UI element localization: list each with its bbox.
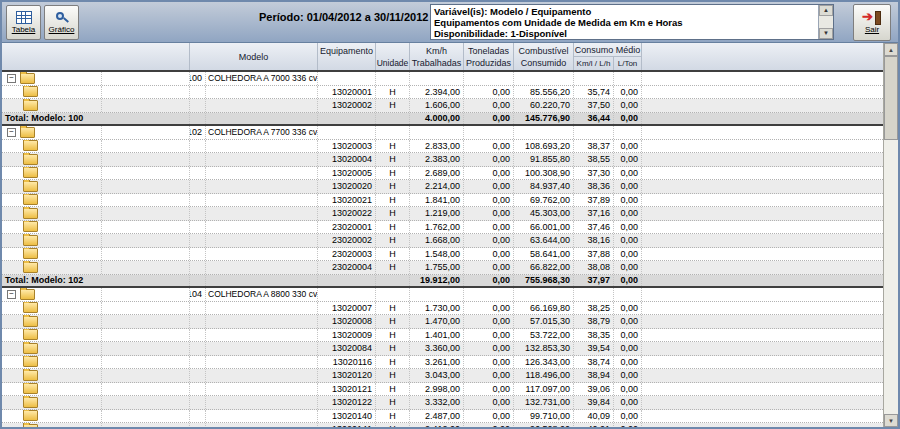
equipment-row[interactable]: 13020005H2.689,000,00100.308,9037,300,00: [2, 167, 883, 181]
info-line-units: Equipamentos com Unidade de Medida em Km…: [434, 17, 815, 28]
equipment-row[interactable]: 13020007H1.730,000,0066.169,8038,250,00: [2, 302, 883, 316]
header-consumo-medio[interactable]: Consumo Médio Km/l / L/h L/Ton: [574, 43, 642, 70]
table-view-button[interactable]: Tabela: [6, 5, 41, 40]
scroll-up-button[interactable]: ▲: [884, 43, 898, 56]
equipment-code-cell: 13020140: [318, 410, 376, 423]
equipment-row[interactable]: 13020121H2.998,000,00117.097,0039,060,00: [2, 383, 883, 397]
unit-cell: H: [376, 248, 410, 261]
tree-cell: [2, 180, 102, 193]
avg-consumption-cell: 40,01: [574, 423, 614, 427]
folder-icon: [23, 329, 38, 340]
empty-cell: [190, 275, 206, 287]
header-unidade[interactable]: Unidade: [376, 43, 410, 70]
scroll-down-button[interactable]: ▼: [884, 414, 898, 427]
equipment-row[interactable]: 23020003H1.548,000,0058.641,0037,880,00: [2, 248, 883, 262]
header-lton[interactable]: L/Ton: [614, 57, 641, 70]
empty-cell: [190, 167, 206, 180]
unit-cell: H: [376, 356, 410, 369]
fuel-consumed-cell: 69.762,00: [514, 194, 574, 207]
equipment-row[interactable]: 13020001H2.394,000,0085.556,2035,740,00: [2, 86, 883, 100]
equipment-code-cell: 13020141: [318, 423, 376, 427]
info-scroll-down-icon[interactable]: ▼: [819, 28, 833, 39]
equipment-row[interactable]: 23020002H1.668,000,0063.644,0038,160,00: [2, 234, 883, 248]
lton-cell: 0,00: [614, 356, 642, 369]
header-toneladas-produzidas[interactable]: Toneladas Produzidas: [464, 43, 514, 70]
empty-cell: [190, 302, 206, 315]
group-row[interactable]: −104COLHEDORA A 8800 330 cv: [2, 288, 883, 302]
equipment-row[interactable]: 13020084H3.360,000,00132.853,3039,540,00: [2, 342, 883, 356]
unit-cell: H: [376, 140, 410, 153]
equipment-row[interactable]: 13020002H1.606,000,0060.220,7037,500,00: [2, 99, 883, 113]
kmh-worked-cell: 3.261,00: [410, 356, 464, 369]
equipment-row[interactable]: 13020122H3.332,000,00132.731,0039,840,00: [2, 396, 883, 410]
unit-cell: H: [376, 194, 410, 207]
folder-icon: [23, 343, 38, 354]
equipment-row[interactable]: 13020004H2.383,000,0091.855,8038,550,00: [2, 153, 883, 167]
avg-consumption-cell: 39,06: [574, 383, 614, 396]
lton-cell: 0,00: [614, 140, 642, 153]
folder-icon: [23, 181, 38, 192]
info-scrollbar[interactable]: ▲ ▼: [818, 5, 833, 39]
collapse-expander-icon[interactable]: −: [7, 74, 16, 83]
equipment-row[interactable]: 13020021H1.841,000,0069.762,0037,890,00: [2, 194, 883, 208]
empty-cell: [190, 207, 206, 220]
vertical-scrollbar[interactable]: ▲ ▼: [883, 43, 898, 427]
fuel-consumed-cell: 99.710,00: [514, 410, 574, 423]
collapse-expander-icon[interactable]: −: [7, 290, 16, 299]
tons-produced-cell: 0,00: [464, 302, 514, 315]
equipment-code-cell: 13020121: [318, 383, 376, 396]
equipment-row[interactable]: 13020003H2.833,000,00108.693,2038,370,00: [2, 140, 883, 154]
header-modelo[interactable]: Modelo: [190, 43, 318, 70]
empty-cell: [190, 234, 206, 247]
header-kmh-trabalhadas[interactable]: Km/h Trabalhadas: [410, 43, 464, 70]
equipment-row[interactable]: 13020140H2.487,000,0099.710,0040,090,00: [2, 410, 883, 424]
kmh-worked-cell: 2.394,00: [410, 86, 464, 99]
empty-cell: [190, 153, 206, 166]
scrollbar-track[interactable]: [884, 56, 898, 414]
fuel-consumed-cell: 132.731,00: [514, 396, 574, 409]
chart-view-button[interactable]: Gráfico: [44, 5, 79, 40]
tons-produced-cell: 0,00: [464, 410, 514, 423]
unit-cell: H: [376, 369, 410, 382]
equipment-code-cell: 23020001: [318, 221, 376, 234]
kmh-worked-cell: 1.548,00: [410, 248, 464, 261]
header-filler: [642, 43, 883, 70]
avg-consumption-cell: 38,08: [574, 261, 614, 274]
equipment-row[interactable]: 13020120H3.043,000,00118.496,0038,940,00: [2, 369, 883, 383]
header-tree-column[interactable]: [2, 43, 190, 70]
avg-consumption-cell: 38,94: [574, 369, 614, 382]
tree-spacer-cell: [102, 383, 190, 396]
folder-icon: [23, 194, 38, 205]
unit-cell: H: [376, 410, 410, 423]
kmh-worked-cell: 2.833,00: [410, 140, 464, 153]
lton-cell: 0,00: [614, 153, 642, 166]
tree-cell: [2, 167, 102, 180]
group-row[interactable]: −102COLHEDORA A 7700 336 cv: [2, 126, 883, 140]
filler-cell: [642, 369, 648, 382]
equipment-row[interactable]: 13020116H3.261,000,00126.343,0038,740,00: [2, 356, 883, 370]
empty-cell: [514, 288, 574, 301]
tons-produced-cell: 0,00: [464, 383, 514, 396]
equipment-row[interactable]: 13020009H1.401,000,0053.722,0038,350,00: [2, 329, 883, 343]
total-lton-cell: 0,00: [614, 113, 642, 125]
fuel-consumed-cell: 108.693,20: [514, 140, 574, 153]
fuel-consumed-cell: 84.937,40: [514, 180, 574, 193]
folder-icon: [23, 356, 38, 367]
tree-spacer-cell: [102, 140, 190, 153]
info-scroll-up-icon[interactable]: ▲: [819, 5, 833, 16]
header-kml-lh[interactable]: Km/l / L/h: [574, 57, 614, 70]
scrollbar-thumb[interactable]: [884, 56, 898, 140]
group-row[interactable]: −100COLHEDORA A 7000 336 cv: [2, 72, 883, 86]
collapse-expander-icon[interactable]: −: [7, 128, 16, 137]
equipment-row[interactable]: 23020004H1.755,000,0066.822,0038,080,00: [2, 261, 883, 275]
exit-button[interactable]: ➔ Sair: [853, 4, 891, 41]
equipment-row[interactable]: 13020022H1.219,000,0045.303,0037,160,00: [2, 207, 883, 221]
equipment-row[interactable]: 13020008H1.470,000,0057.015,3038,790,00: [2, 315, 883, 329]
equipment-row[interactable]: 13020020H2.214,000,0084.937,4038,360,00: [2, 180, 883, 194]
header-combustivel-consumido[interactable]: Combustível Consumido: [514, 43, 574, 70]
header-equipamento[interactable]: Equipamento: [318, 43, 376, 70]
equipment-row[interactable]: 23020001H1.762,000,0066.001,0037,460,00: [2, 221, 883, 235]
equipment-row[interactable]: 13020141H2.412,000,0096.508,0040,010,00: [2, 423, 883, 427]
fuel-consumed-cell: 118.496,00: [514, 369, 574, 382]
tree-cell: [2, 153, 102, 166]
